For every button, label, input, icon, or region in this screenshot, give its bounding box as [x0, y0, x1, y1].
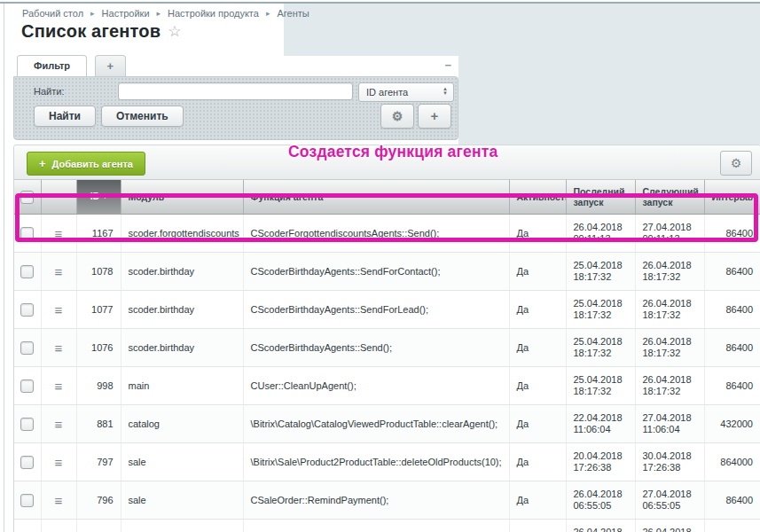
cell-id: 1167: [76, 215, 121, 253]
row-checkbox[interactable]: [20, 379, 34, 393]
filter-body: Найти: ID агента ▲▼ Найти Отменить ⚙ +: [13, 76, 458, 140]
cell-function: \Bitrix\Sale\Basket::deleteOldAgent(30);: [243, 520, 509, 532]
cell-active: Да: [509, 291, 566, 329]
row-checkbox-cell: [14, 215, 41, 253]
breadcrumb-separator-icon: ▸: [266, 9, 270, 18]
cell-function: CScoderBirthdayAgents::SendForContact();: [243, 253, 509, 291]
select-all-checkbox[interactable]: [20, 191, 34, 204]
row-menu-icon[interactable]: ≡: [55, 455, 63, 470]
cancel-button[interactable]: Отменить: [101, 106, 184, 127]
tab-filter[interactable]: Фильтр: [17, 55, 87, 76]
cell-next-run: 30.04.201817:26:38: [635, 443, 704, 481]
row-menu-icon[interactable]: ≡: [55, 417, 63, 432]
cell-last-run: 26.04.201806:55:05: [566, 481, 635, 520]
cell-id: 1077: [76, 291, 121, 329]
column-header[interactable]: Модуль: [121, 180, 243, 215]
grid-settings-button[interactable]: ⚙: [720, 151, 752, 176]
search-field-select-value: ID агента: [366, 87, 408, 98]
add-filter-tab[interactable]: +: [95, 55, 127, 76]
header-menu-cell: [41, 180, 76, 215]
cell-module: scoder.birthday: [121, 329, 243, 367]
row-menu-cell: ≡: [41, 367, 76, 405]
cell-active: Да: [509, 405, 566, 443]
breadcrumb-item[interactable]: Настройки: [102, 8, 150, 19]
table-row: ≡796saleCSaleOrder::RemindPayment();Да26…: [14, 481, 760, 520]
row-menu-icon[interactable]: ≡: [55, 264, 63, 279]
row-checkbox-cell: [14, 253, 41, 291]
row-checkbox[interactable]: [20, 303, 34, 317]
breadcrumb-item[interactable]: Рабочий стол: [22, 8, 83, 19]
row-checkbox-cell: [14, 405, 41, 443]
cell-next-run: 27.04.201811:06:04: [635, 405, 704, 443]
cell-function: CSaleOrder::RemindPayment();: [243, 481, 509, 520]
cell-id: 1078: [76, 253, 121, 291]
cell-function: CScoderBirthdayAgents::SendForLead();: [243, 291, 509, 329]
cell-next-run: 26.04.201818:17:32: [635, 291, 704, 329]
cell-function: CUser::CleanUpAgent();: [243, 367, 509, 405]
row-checkbox[interactable]: [20, 265, 34, 278]
table-row: ≡1077scoder.birthdayCScoderBirthdayAgent…: [14, 291, 760, 329]
table-row: ≡1167scoder.forgottendiscountsCScoderFor…: [14, 215, 760, 253]
filter-add-field-button[interactable]: +: [418, 104, 451, 129]
row-menu-icon[interactable]: ≡: [55, 379, 63, 394]
row-checkbox[interactable]: [20, 341, 34, 355]
table-header-row: ID▾МодульФункция агентаАктивностьПоследн…: [14, 180, 760, 215]
row-checkbox[interactable]: [20, 494, 34, 507]
favorite-star-icon[interactable]: ☆: [168, 23, 181, 40]
cell-active: Да: [509, 329, 566, 367]
collapse-filter-icon[interactable]: −: [444, 59, 451, 72]
row-checkbox-cell: [14, 443, 41, 481]
breadcrumb-item[interactable]: Агенты: [277, 8, 309, 19]
breadcrumb-separator-icon: ▸: [157, 9, 161, 18]
cell-last-run: 25.04.201818:17:32: [566, 291, 635, 329]
row-checkbox[interactable]: [20, 418, 34, 431]
row-checkbox-cell: [14, 367, 41, 405]
filter-settings-button[interactable]: ⚙: [380, 104, 414, 129]
cell-last-run: 25.04.201818:17:32: [566, 329, 635, 367]
cell-interval: 86400: [704, 291, 760, 329]
cell-next-run: 27.04.201809:11:13: [635, 215, 704, 253]
cell-last-run: 26.04.201804:34:43: [566, 520, 635, 532]
cell-function: CScoderBirthdayAgents::Send();: [243, 329, 509, 367]
column-header[interactable]: ID▾: [76, 180, 121, 215]
gear-icon: ⚙: [392, 109, 404, 123]
workspace-left-border: [4, 4, 4, 532]
row-menu-icon[interactable]: ≡: [55, 493, 63, 508]
row-menu-icon[interactable]: ≡: [55, 226, 63, 241]
row-menu-cell: ≡: [41, 443, 76, 481]
column-header[interactable]: Интервал: [704, 180, 760, 215]
cell-interval: 86400: [704, 367, 760, 405]
workspace-background: [284, 4, 760, 56]
column-header[interactable]: Последний запуск: [566, 180, 635, 215]
row-checkbox[interactable]: [20, 456, 34, 469]
table-row: ≡795sale\Bitrix\Sale\Basket::deleteOldAg…: [14, 520, 760, 532]
breadcrumb-item[interactable]: Настройки продукта: [168, 8, 259, 19]
cell-next-run: 26.04.201818:17:32: [635, 367, 704, 405]
row-menu-cell: ≡: [41, 520, 76, 532]
column-header[interactable]: Активность: [509, 180, 566, 215]
plus-icon: +: [39, 157, 46, 170]
cell-module: main: [121, 367, 243, 405]
cell-id: 1076: [76, 329, 121, 367]
row-menu-cell: ≡: [41, 253, 76, 291]
row-menu-icon[interactable]: ≡: [55, 340, 63, 356]
row-checkbox[interactable]: [20, 227, 34, 240]
column-header[interactable]: Функция агента: [243, 180, 509, 215]
row-menu-icon[interactable]: ≡: [55, 302, 63, 317]
breadcrumb: Рабочий стол▸Настройки▸Настройки продукт…: [22, 8, 309, 19]
cell-module: catalog: [121, 405, 243, 443]
cell-interval: 86400: [704, 481, 760, 520]
search-input[interactable]: [118, 82, 353, 100]
cell-id: 881: [76, 405, 121, 443]
cell-interval: 86400: [704, 253, 760, 291]
grid-toolbar: +Добавить агента ⚙: [14, 145, 760, 180]
cell-module: sale: [121, 443, 243, 481]
search-field-select[interactable]: ID агента ▲▼: [358, 82, 454, 102]
row-menu-cell: ≡: [41, 405, 76, 443]
find-button[interactable]: Найти: [34, 106, 96, 127]
row-menu-cell: ≡: [41, 481, 76, 520]
column-header[interactable]: Следующий запуск: [635, 180, 704, 215]
cell-next-run: 26.04.201818:17:32: [635, 253, 704, 291]
add-agent-button[interactable]: +Добавить агента: [27, 152, 145, 176]
cell-last-run: 26.04.201809:11:13: [566, 215, 635, 253]
